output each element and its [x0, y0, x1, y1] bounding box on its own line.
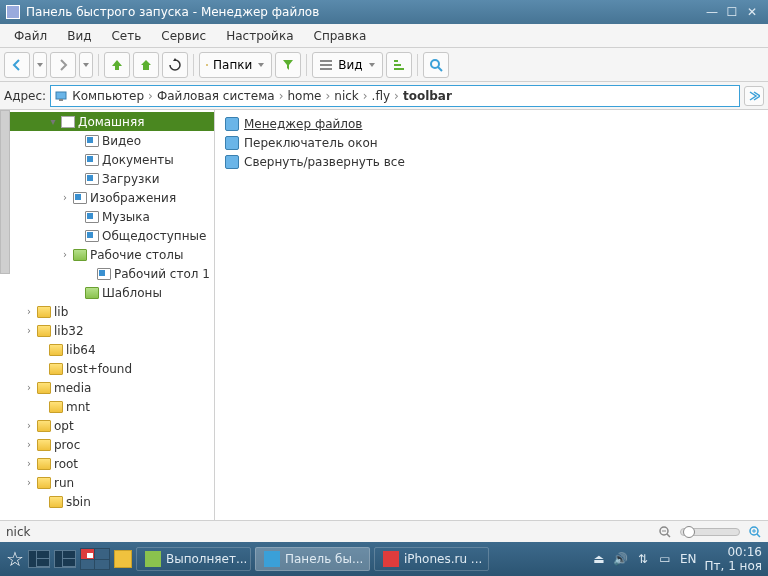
taskbar-window-button[interactable]: Выполняет...	[136, 547, 251, 571]
tree-label: Документы	[102, 153, 174, 167]
home-button[interactable]	[133, 52, 159, 78]
breadcrumb-toolbar[interactable]: toolbar	[400, 89, 455, 103]
workspace-pager[interactable]	[80, 548, 110, 570]
tree-item[interactable]: ›root	[0, 454, 214, 473]
tree-twisty[interactable]: ›	[24, 458, 34, 469]
up-button[interactable]	[104, 52, 130, 78]
tree-label: opt	[54, 419, 74, 433]
menu-network[interactable]: Сеть	[101, 26, 151, 46]
tree-twisty[interactable]: ›	[24, 477, 34, 488]
tray-language[interactable]: EN	[680, 552, 697, 566]
tree-item[interactable]: Общедоступные	[0, 226, 214, 245]
task-app-icon	[264, 551, 280, 567]
taskbar-window-button[interactable]: iPhones.ru ...	[374, 547, 489, 571]
taskbar-window-button[interactable]: Панель бы...	[255, 547, 370, 571]
address-go-button[interactable]	[744, 86, 764, 106]
folder-icon	[37, 306, 51, 318]
menu-file[interactable]: Файл	[4, 26, 57, 46]
breadcrumb-fs[interactable]: Файловая система	[154, 89, 278, 103]
file-list[interactable]: Менеджер файловПереключатель оконСвернут…	[215, 110, 768, 520]
tray-volume-icon[interactable]: 🔊	[614, 552, 628, 566]
tree-item[interactable]: ›run	[0, 473, 214, 492]
zoom-out-icon[interactable]	[658, 525, 672, 539]
tree-item[interactable]: ›media	[0, 378, 214, 397]
svg-rect-4	[394, 64, 401, 66]
back-dropdown[interactable]	[33, 52, 47, 78]
address-box[interactable]: Компьютер› Файловая система› home› nick›…	[50, 85, 740, 107]
tree-scrollbar[interactable]	[0, 110, 10, 274]
close-button[interactable]: ✕	[742, 3, 762, 21]
tree-item[interactable]: ›Рабочие столы	[0, 245, 214, 264]
system-tray: ⏏ 🔊 ⇅ ▭ EN 00:16 Пт, 1 ноя	[592, 545, 762, 574]
zoom-slider[interactable]	[680, 528, 740, 536]
breadcrumb-home[interactable]: home	[284, 89, 324, 103]
filter-button[interactable]	[275, 52, 301, 78]
menu-view[interactable]: Вид	[57, 26, 101, 46]
folder-icon	[85, 287, 99, 299]
tree-item[interactable]: ›lib	[0, 302, 214, 321]
zoom-in-icon[interactable]	[748, 525, 762, 539]
tray-network-icon[interactable]: ⇅	[636, 552, 650, 566]
tree-item[interactable]: lost+found	[0, 359, 214, 378]
tray-clock[interactable]: 00:16 Пт, 1 ноя	[705, 545, 763, 574]
app-icon	[6, 5, 20, 19]
tree-item[interactable]: Загрузки	[0, 169, 214, 188]
tree-item[interactable]: ›opt	[0, 416, 214, 435]
view-dropdown[interactable]: Вид	[312, 52, 382, 78]
start-button[interactable]: ☆	[6, 547, 24, 571]
menu-help[interactable]: Справка	[304, 26, 377, 46]
file-item[interactable]: Менеджер файлов	[221, 114, 762, 133]
tree-item[interactable]: lib64	[0, 340, 214, 359]
computer-icon	[54, 89, 68, 103]
folder-icon	[37, 382, 51, 394]
tree-item[interactable]: sbin	[0, 492, 214, 511]
tree-label: Видео	[102, 134, 141, 148]
tree-item[interactable]: Рабочий стол 1	[0, 264, 214, 283]
tree-twisty[interactable]: ▾	[48, 116, 58, 127]
tray-screen-icon[interactable]: ▭	[658, 552, 672, 566]
back-button[interactable]	[4, 52, 30, 78]
tree-item[interactable]: ›Изображения	[0, 188, 214, 207]
tree-twisty[interactable]: ›	[60, 192, 70, 203]
tree-twisty[interactable]: ›	[60, 249, 70, 260]
tray-usb-icon[interactable]: ⏏	[592, 552, 606, 566]
tree-label: lost+found	[66, 362, 132, 376]
folder-icon	[85, 173, 99, 185]
sort-button[interactable]	[386, 52, 412, 78]
tree-item[interactable]: ›lib32	[0, 321, 214, 340]
task-label: iPhones.ru ...	[404, 552, 482, 566]
folders-dropdown[interactable]: Папки	[199, 52, 272, 78]
tree-item[interactable]: Документы	[0, 150, 214, 169]
refresh-button[interactable]	[162, 52, 188, 78]
titlebar: Панель быстрого запуска - Менеджер файло…	[0, 0, 768, 24]
tree-item[interactable]: ▾Домашняя	[0, 112, 214, 131]
breadcrumb-fly[interactable]: .fly	[369, 89, 393, 103]
search-button[interactable]	[423, 52, 449, 78]
minimize-button[interactable]: —	[702, 3, 722, 21]
show-desktop-button[interactable]	[28, 550, 50, 568]
file-item[interactable]: Переключатель окон	[221, 133, 762, 152]
folder-icon	[49, 363, 63, 375]
folder-icon	[85, 211, 99, 223]
file-item[interactable]: Свернуть/развернуть все	[221, 152, 762, 171]
file-manager-launcher[interactable]	[54, 550, 76, 568]
tree-item[interactable]: ›proc	[0, 435, 214, 454]
tree-item[interactable]: Видео	[0, 131, 214, 150]
menu-service[interactable]: Сервис	[151, 26, 216, 46]
quick-launch-icon[interactable]	[114, 550, 132, 568]
tree-twisty[interactable]: ›	[24, 382, 34, 393]
maximize-button[interactable]: ☐	[722, 3, 742, 21]
tree-item[interactable]: Музыка	[0, 207, 214, 226]
tree-twisty[interactable]: ›	[24, 439, 34, 450]
breadcrumb-computer[interactable]: Компьютер	[69, 89, 147, 103]
forward-dropdown[interactable]	[79, 52, 93, 78]
breadcrumb-nick[interactable]: nick	[331, 89, 362, 103]
menu-settings[interactable]: Настройка	[216, 26, 303, 46]
forward-button[interactable]	[50, 52, 76, 78]
tree-twisty[interactable]: ›	[24, 325, 34, 336]
tree-twisty[interactable]: ›	[24, 306, 34, 317]
tree-item[interactable]: Шаблоны	[0, 283, 214, 302]
folder-tree[interactable]: ▾ДомашняяВидеоДокументыЗагрузки›Изображе…	[0, 110, 215, 520]
tree-item[interactable]: mnt	[0, 397, 214, 416]
tree-twisty[interactable]: ›	[24, 420, 34, 431]
